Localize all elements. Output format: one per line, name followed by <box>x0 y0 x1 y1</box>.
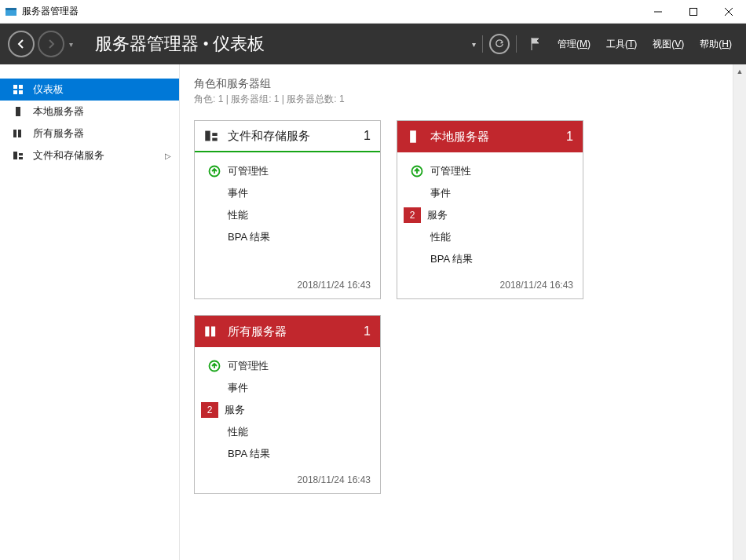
svg-rect-15 <box>19 157 23 159</box>
tile-row-events[interactable]: 事件 <box>195 182 380 204</box>
tile-row-performance[interactable]: 性能 <box>195 204 380 226</box>
tile-body: 可管理性 事件 性能 BPA 结果 <box>195 152 380 275</box>
svg-rect-6 <box>13 85 17 89</box>
tile-row-manageability[interactable]: 可管理性 <box>195 355 380 377</box>
tile-row-label: 可管理性 <box>228 359 269 373</box>
tile-local-server[interactable]: 本地服务器 1 可管理性 事件 2 服务 性能 BPA 结果 2 <box>397 120 583 299</box>
tile-count: 1 <box>364 129 371 143</box>
tile-row-label: 可管理性 <box>430 164 471 178</box>
tile-row-label: BPA 结果 <box>228 230 270 244</box>
menu-tools[interactable]: 工具(T) <box>602 35 642 54</box>
chevron-right-icon: ▷ <box>165 152 171 160</box>
tile-row-label: 可管理性 <box>228 164 269 178</box>
tile-file-storage[interactable]: 文件和存储服务 1 可管理性 事件 性能 BPA 结果 2018/11/24 1… <box>194 120 381 299</box>
menu-view[interactable]: 视图(V) <box>648 35 689 54</box>
tile-row-manageability[interactable]: 可管理性 <box>195 160 380 182</box>
header-dropdown-icon[interactable]: ▾ <box>472 40 476 49</box>
minimize-button[interactable] <box>640 0 675 24</box>
servers-icon <box>204 324 220 339</box>
servers-icon <box>11 128 25 139</box>
tile-timestamp: 2018/11/24 16:43 <box>195 275 380 298</box>
tile-row-performance[interactable]: 性能 <box>397 226 583 248</box>
nav-forward-button[interactable] <box>38 31 64 57</box>
alert-badge: 2 <box>201 402 218 418</box>
sidebar-item-local-server[interactable]: 本地服务器 <box>0 101 179 123</box>
breadcrumb-current: 仪表板 <box>213 32 265 56</box>
alert-badge: 2 <box>404 207 421 223</box>
tile-row-label: 性能 <box>228 425 248 439</box>
scrollbar-vertical[interactable]: ▲ <box>733 64 746 560</box>
menu-help[interactable]: 帮助(H) <box>695 35 737 54</box>
tile-row-label: 事件 <box>430 186 451 200</box>
tile-count: 1 <box>566 130 573 144</box>
titlebar: 服务器管理器 <box>0 0 746 24</box>
tile-title: 所有服务器 <box>228 324 287 339</box>
sidebar-item-all-servers[interactable]: 所有服务器 <box>0 123 179 145</box>
tile-row-services[interactable]: 2 服务 <box>195 399 380 421</box>
main-panel: 角色和服务器组 角色: 1 | 服务器组: 1 | 服务器总数: 1 文件和存储… <box>179 64 746 560</box>
tiles-container: 文件和存储服务 1 可管理性 事件 性能 BPA 结果 2018/11/24 1… <box>194 120 732 494</box>
tile-row-manageability[interactable]: 可管理性 <box>397 160 583 182</box>
tile-row-label: 服务 <box>225 403 245 417</box>
tile-row-label: BPA 结果 <box>430 252 473 266</box>
tile-count: 1 <box>364 324 371 339</box>
server-icon <box>11 106 25 117</box>
sidebar: 仪表板 本地服务器 所有服务器 文件和存储服务 ▷ <box>0 64 179 560</box>
sidebar-item-label: 文件和存储服务 <box>33 148 104 163</box>
menu-manage[interactable]: 管理(M) <box>553 35 595 54</box>
tile-row-label: BPA 结果 <box>228 447 270 461</box>
app-icon <box>5 5 17 18</box>
nav-back-button[interactable] <box>8 31 35 57</box>
section-title: 角色和服务器组 <box>194 77 732 91</box>
svg-rect-22 <box>205 327 209 337</box>
section-subtitle: 角色: 1 | 服务器组: 1 | 服务器总数: 1 <box>194 93 732 106</box>
tile-header: 文件和存储服务 1 <box>195 121 380 152</box>
sidebar-item-label: 本地服务器 <box>33 104 84 119</box>
refresh-button[interactable] <box>489 34 510 54</box>
scroll-up-icon[interactable]: ▲ <box>733 64 746 78</box>
tile-row-performance[interactable]: 性能 <box>195 421 380 443</box>
sidebar-item-file-storage[interactable]: 文件和存储服务 ▷ <box>0 145 179 167</box>
tile-row-label: 性能 <box>430 230 451 244</box>
window-title: 服务器管理器 <box>22 5 79 18</box>
tile-row-bpa[interactable]: BPA 结果 <box>195 226 380 248</box>
tile-row-services[interactable]: 2 服务 <box>397 204 583 226</box>
separator <box>482 35 483 53</box>
svg-rect-14 <box>19 153 23 156</box>
svg-rect-7 <box>19 85 23 89</box>
svg-rect-23 <box>211 327 215 337</box>
maximize-button[interactable] <box>675 0 711 24</box>
chevron-right-icon: • <box>203 36 208 53</box>
nav-dropdown-icon[interactable]: ▾ <box>69 40 73 49</box>
flag-icon[interactable] <box>523 32 547 56</box>
arrow-up-circle-icon <box>204 360 225 372</box>
close-button[interactable] <box>711 0 746 24</box>
svg-rect-20 <box>410 130 416 142</box>
tile-title: 本地服务器 <box>430 130 489 145</box>
tile-row-label: 事件 <box>228 186 248 200</box>
storage-icon <box>11 150 25 161</box>
header-bar: ▾ 服务器管理器 • 仪表板 ▾ 管理(M) 工具(T) 视图(V) 帮助(H) <box>0 24 746 64</box>
svg-rect-9 <box>19 90 23 94</box>
tile-row-bpa[interactable]: BPA 结果 <box>397 248 583 270</box>
tile-row-bpa[interactable]: BPA 结果 <box>195 443 380 465</box>
svg-rect-8 <box>13 90 17 94</box>
tile-row-events[interactable]: 事件 <box>195 377 380 399</box>
window-controls <box>640 0 746 24</box>
svg-rect-3 <box>689 8 697 15</box>
tile-all-servers[interactable]: 所有服务器 1 可管理性 事件 2 服务 性能 BPA 结果 2 <box>194 315 381 494</box>
sidebar-item-label: 所有服务器 <box>33 126 84 141</box>
svg-rect-13 <box>13 152 17 159</box>
svg-rect-12 <box>18 130 21 137</box>
tile-timestamp: 2018/11/24 16:43 <box>195 470 380 493</box>
breadcrumb: 服务器管理器 • 仪表板 <box>95 32 265 56</box>
server-icon <box>407 130 422 144</box>
svg-rect-11 <box>13 130 16 137</box>
tile-timestamp: 2018/11/24 16:43 <box>397 275 583 298</box>
tile-header: 所有服务器 1 <box>195 316 380 347</box>
tile-row-events[interactable]: 事件 <box>397 182 583 204</box>
svg-rect-1 <box>5 8 16 10</box>
sidebar-item-dashboard[interactable]: 仪表板 <box>0 79 179 101</box>
breadcrumb-root[interactable]: 服务器管理器 <box>95 32 199 56</box>
arrow-up-circle-icon <box>204 165 225 178</box>
